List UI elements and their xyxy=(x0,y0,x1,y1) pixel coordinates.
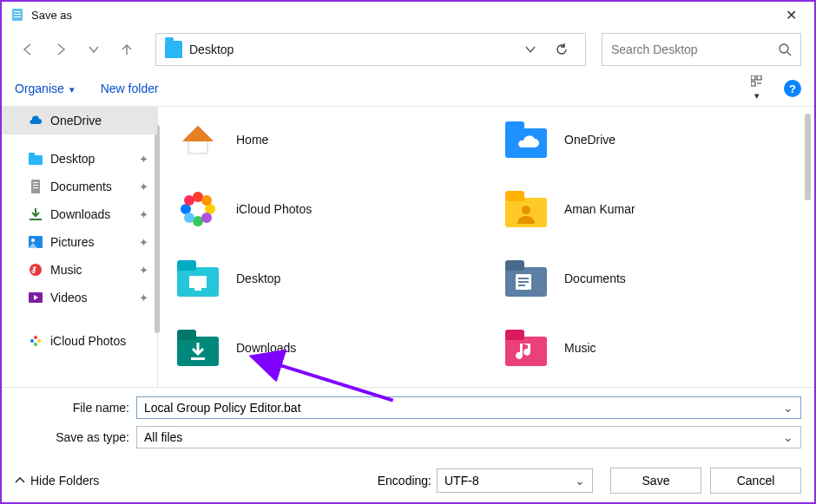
list-item[interactable]: Aman Kumar xyxy=(503,187,797,232)
organise-button[interactable]: Organise ▾ xyxy=(15,82,75,95)
list-item[interactable]: Desktop xyxy=(175,256,469,301)
close-icon[interactable]: ✕ xyxy=(777,3,806,27)
svg-rect-43 xyxy=(505,260,524,271)
save-button[interactable]: Save xyxy=(610,468,701,494)
search-input[interactable] xyxy=(611,43,778,56)
refresh-button[interactable] xyxy=(547,42,576,57)
svg-rect-26 xyxy=(505,121,524,132)
list-item[interactable]: Home xyxy=(175,117,469,162)
sidebar-item-documents[interactable]: Documents ✦ xyxy=(2,173,157,200)
svg-rect-3 xyxy=(14,16,21,17)
footer: Hide Folders Encoding: UTF-8 ⌄ Save Canc… xyxy=(2,459,814,502)
svg-rect-52 xyxy=(505,330,524,340)
sidebar-item-label: Pictures xyxy=(50,235,95,249)
list-item[interactable]: Documents xyxy=(503,256,797,301)
svg-rect-47 xyxy=(518,285,525,286)
svg-point-34 xyxy=(184,195,194,206)
sidebar-item-videos[interactable]: Videos ✦ xyxy=(2,284,157,311)
sidebar-item-label: Downloads xyxy=(50,207,110,221)
svg-rect-16 xyxy=(30,219,42,220)
svg-rect-49 xyxy=(177,330,196,340)
svg-point-4 xyxy=(780,44,788,53)
search-box[interactable] xyxy=(602,33,801,66)
sidebar-item-icloud[interactable]: iCloud Photos xyxy=(2,327,157,355)
download-icon xyxy=(28,206,43,222)
form-area: File name: Local Group Policy Editor.bat… xyxy=(2,387,814,459)
sidebar-item-desktop[interactable]: Desktop ✦ xyxy=(2,145,157,173)
up-button[interactable] xyxy=(114,36,140,62)
sidebar-item-downloads[interactable]: Downloads ✦ xyxy=(2,200,157,228)
list-item-label: iCloud Photos xyxy=(236,202,312,216)
svg-rect-8 xyxy=(751,82,755,86)
music-folder-icon xyxy=(503,325,549,370)
list-item-label: Documents xyxy=(564,272,626,285)
svg-rect-15 xyxy=(33,187,38,188)
svg-point-19 xyxy=(30,264,42,276)
svg-rect-10 xyxy=(29,155,43,165)
chevron-down-icon[interactable] xyxy=(524,43,536,56)
list-item-label: Desktop xyxy=(236,272,280,285)
pin-icon: ✦ xyxy=(139,208,148,221)
hide-folders-button[interactable]: Hide Folders xyxy=(15,474,99,488)
file-name-input[interactable]: Local Group Policy Editor.bat ⌄ xyxy=(136,396,801,419)
sidebar-item-label: Music xyxy=(50,263,82,277)
svg-point-31 xyxy=(201,195,212,206)
cancel-button[interactable]: Cancel xyxy=(710,468,801,494)
svg-rect-7 xyxy=(757,75,761,80)
sidebar-item-music[interactable]: Music ✦ xyxy=(2,256,157,284)
recent-locations-button[interactable] xyxy=(81,36,107,62)
svg-rect-41 xyxy=(194,288,201,291)
sidebar-item-onedrive[interactable]: OneDrive xyxy=(2,107,157,134)
chevron-up-icon xyxy=(15,475,25,486)
encoding-label: Encoding: xyxy=(378,474,431,488)
forward-button[interactable] xyxy=(48,36,74,62)
svg-rect-11 xyxy=(29,153,35,156)
new-folder-button[interactable]: New folder xyxy=(101,82,159,95)
address-bar[interactable]: Desktop xyxy=(155,33,586,66)
address-bar-text: Desktop xyxy=(189,43,519,56)
notepad-icon xyxy=(10,8,24,22)
svg-point-32 xyxy=(201,213,212,223)
list-item[interactable]: OneDrive xyxy=(503,117,797,162)
pin-icon: ✦ xyxy=(139,264,148,277)
file-name-label: File name: xyxy=(15,401,136,415)
help-button[interactable]: ? xyxy=(784,80,801,97)
list-item-label: Home xyxy=(236,133,268,147)
list-item[interactable]: iCloud Photos xyxy=(175,187,469,232)
svg-point-37 xyxy=(522,206,530,214)
chevron-down-icon[interactable]: ⌄ xyxy=(783,430,793,444)
search-icon[interactable] xyxy=(778,43,792,56)
svg-rect-39 xyxy=(177,260,196,271)
folder-icon xyxy=(165,41,182,58)
nav-row: Desktop xyxy=(2,28,814,71)
picture-icon xyxy=(28,234,43,250)
svg-point-23 xyxy=(34,343,37,346)
svg-point-18 xyxy=(31,239,35,242)
encoding-select[interactable]: UTF-8 ⌄ xyxy=(437,468,593,493)
svg-point-22 xyxy=(37,339,41,343)
sidebar-item-pictures[interactable]: Pictures ✦ xyxy=(2,228,157,256)
window-title: Save as xyxy=(31,9,72,22)
svg-rect-40 xyxy=(189,276,207,288)
cloud-icon xyxy=(28,113,43,128)
sidebar: OneDrive Desktop ✦ Documents ✦ Downloads… xyxy=(2,107,158,387)
svg-rect-2 xyxy=(14,14,21,15)
back-button[interactable] xyxy=(15,36,41,62)
video-icon xyxy=(28,290,43,305)
save-as-type-select[interactable]: All files ⌄ xyxy=(136,426,801,448)
svg-line-5 xyxy=(787,52,791,56)
svg-rect-46 xyxy=(518,281,529,283)
svg-point-21 xyxy=(34,336,37,339)
svg-rect-13 xyxy=(33,182,38,183)
chevron-down-icon[interactable]: ⌄ xyxy=(575,474,585,488)
pin-icon: ✦ xyxy=(139,180,148,193)
list-item[interactable]: Music xyxy=(503,325,797,370)
sidebar-item-label: Videos xyxy=(50,291,88,304)
view-options-button[interactable]: ▾ xyxy=(751,75,768,101)
save-as-type-label: Save as type: xyxy=(15,430,136,444)
content-scrollbar[interactable] xyxy=(805,114,811,200)
sidebar-item-label: Desktop xyxy=(50,152,95,166)
svg-rect-45 xyxy=(518,278,529,279)
chevron-down-icon[interactable]: ⌄ xyxy=(783,401,793,415)
chevron-down-icon: ▾ xyxy=(69,84,75,95)
